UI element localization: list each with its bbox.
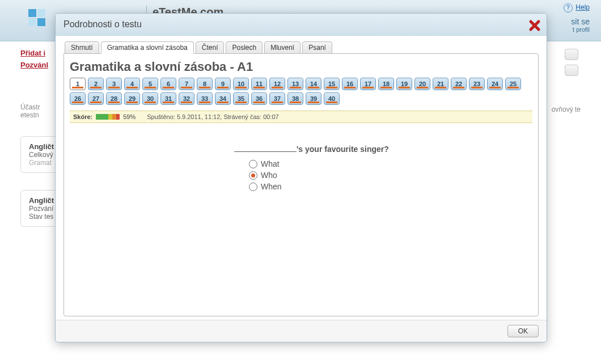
question-number-35[interactable]: 35	[233, 92, 249, 105]
score-percent: 59%	[123, 113, 136, 120]
radio-icon[interactable]	[249, 183, 257, 191]
question-number-26[interactable]: 26	[70, 92, 86, 105]
svg-rect-2	[28, 18, 36, 26]
score-line: Skóre: 59% Spuštěno: 5.9.2011, 11:12, St…	[70, 111, 532, 123]
close-icon[interactable]	[528, 19, 541, 33]
tab-poslech[interactable]: Poslech	[226, 41, 263, 54]
question-number-12[interactable]: 12	[269, 78, 285, 90]
score-bar	[96, 114, 120, 120]
score-segment	[108, 114, 112, 120]
question-number-34[interactable]: 34	[215, 92, 231, 105]
question-number-8[interactable]: 8	[197, 78, 213, 90]
tab-psan-[interactable]: Psaní	[302, 41, 332, 54]
question-number-grid: 1234567891011121314151617181920212223242…	[70, 78, 532, 105]
question-options: WhatWhoWhen	[249, 159, 532, 191]
question-number-11[interactable]: 11	[251, 78, 267, 90]
option-label: What	[261, 159, 280, 168]
question-number-22[interactable]: 22	[451, 78, 467, 90]
score-segment	[112, 114, 116, 120]
blank-underline	[234, 143, 297, 152]
tab-shrnut-[interactable]: Shrnutí	[65, 41, 99, 54]
question-number-15[interactable]: 15	[324, 78, 340, 90]
tabs: ShrnutíGramatika a slovní zásobaČteníPos…	[64, 41, 539, 54]
question-number-20[interactable]: 20	[414, 78, 430, 90]
svg-rect-1	[37, 9, 45, 17]
help-icon: ?	[564, 3, 573, 12]
ok-button[interactable]: OK	[507, 325, 539, 337]
score-meta: Spuštěno: 5.9.2011, 11:12, Strávený čas:…	[147, 113, 278, 120]
question-number-31[interactable]: 31	[160, 92, 176, 105]
score-segment	[96, 114, 108, 120]
question-number-24[interactable]: 24	[487, 78, 503, 90]
question-number-28[interactable]: 28	[106, 92, 122, 105]
question-number-6[interactable]: 6	[160, 78, 176, 90]
question-number-1[interactable]: 1	[70, 78, 86, 90]
question-number-33[interactable]: 33	[197, 92, 213, 105]
tab--ten-[interactable]: Čtení	[196, 41, 225, 54]
top-right-line1: sit se	[571, 17, 590, 26]
option-what[interactable]: What	[249, 159, 532, 168]
question-number-19[interactable]: 19	[396, 78, 412, 90]
question-number-18[interactable]: 18	[378, 78, 394, 90]
bg-dropdown-button-1[interactable]	[565, 49, 578, 60]
modal-body: ShrnutíGramatika a slovní zásobaČteníPos…	[56, 36, 547, 320]
question-number-5[interactable]: 5	[142, 78, 158, 90]
tab-gramatika-a-slovn-z-soba[interactable]: Gramatika a slovní zásoba	[101, 41, 194, 54]
question-number-36[interactable]: 36	[251, 92, 267, 105]
question-number-27[interactable]: 27	[88, 92, 104, 105]
question-number-10[interactable]: 10	[233, 78, 249, 90]
option-label: When	[261, 182, 282, 191]
modal-header: Podrobnosti o testu	[56, 14, 547, 36]
question-number-9[interactable]: 9	[215, 78, 231, 90]
question-number-17[interactable]: 17	[360, 78, 376, 90]
question-area: 's your favourite singer? WhatWhoWhen	[234, 143, 532, 191]
option-when[interactable]: When	[249, 182, 532, 191]
bg-dropdown-button-2[interactable]	[565, 65, 578, 76]
question-number-14[interactable]: 14	[306, 78, 321, 90]
tab-panel: Gramatika a slovní zásoba - A1 123456789…	[64, 53, 539, 316]
score-label: Skóre:	[73, 113, 92, 120]
question-number-29[interactable]: 29	[124, 92, 140, 105]
top-right-text: sit se t profil	[571, 17, 590, 33]
question-number-25[interactable]: 25	[505, 78, 521, 90]
bg-right-col: ovňový te	[552, 105, 581, 113]
logo-icon	[28, 9, 45, 26]
modal-test-details: Podrobnosti o testu ShrnutíGramatika a s…	[55, 13, 547, 342]
question-number-4[interactable]: 4	[124, 78, 140, 90]
svg-rect-0	[28, 9, 36, 17]
score-segment	[116, 114, 120, 120]
help-link[interactable]: Help	[575, 3, 590, 11]
modal-title: Podrobnosti o testu	[64, 19, 142, 29]
modal-footer: OK	[56, 320, 547, 342]
question-number-16[interactable]: 16	[342, 78, 358, 90]
question-number-7[interactable]: 7	[179, 78, 194, 90]
question-number-13[interactable]: 13	[287, 78, 303, 90]
question-suffix: 's your favourite singer?	[297, 145, 389, 154]
radio-icon[interactable]	[249, 171, 257, 180]
question-number-3[interactable]: 3	[106, 78, 122, 90]
option-who[interactable]: Who	[249, 171, 532, 180]
question-number-40[interactable]: 40	[324, 92, 340, 105]
question-number-39[interactable]: 39	[306, 92, 321, 105]
svg-rect-3	[37, 18, 45, 26]
radio-icon[interactable]	[249, 160, 257, 168]
panel-heading: Gramatika a slovní zásoba - A1	[70, 60, 532, 74]
help-link-area: ? Help	[564, 3, 590, 12]
question-number-21[interactable]: 21	[433, 78, 448, 90]
option-label: Who	[261, 171, 277, 180]
question-number-23[interactable]: 23	[469, 78, 485, 90]
question-number-38[interactable]: 38	[287, 92, 303, 105]
top-right-line2: t profil	[571, 26, 590, 33]
question-number-30[interactable]: 30	[142, 92, 158, 105]
question-number-32[interactable]: 32	[179, 92, 194, 105]
question-number-2[interactable]: 2	[88, 78, 104, 90]
question-number-37[interactable]: 37	[269, 92, 285, 105]
tab-mluven-[interactable]: Mluvení	[264, 41, 300, 54]
question-text: 's your favourite singer?	[234, 143, 532, 154]
